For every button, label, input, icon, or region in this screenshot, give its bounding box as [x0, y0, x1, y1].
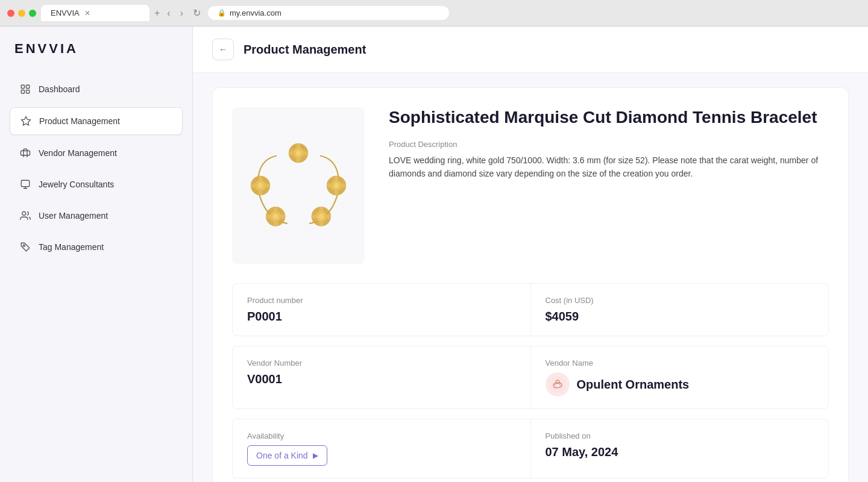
product-image-box	[232, 107, 365, 264]
maximize-dot[interactable]	[29, 10, 36, 17]
jewelry-consultants-icon	[19, 178, 31, 190]
svg-point-26	[319, 220, 323, 227]
svg-point-36	[273, 214, 278, 219]
svg-point-14	[301, 151, 308, 155]
published-label: Published on	[546, 431, 814, 440]
availability-text: One of a Kind	[256, 451, 308, 460]
svg-point-21	[339, 183, 346, 187]
svg-point-44	[549, 376, 566, 393]
forward-nav-button[interactable]: ›	[178, 5, 186, 21]
main-header: ← Product Management	[193, 27, 868, 73]
svg-point-33	[274, 220, 278, 227]
sidebar-item-tag-management[interactable]: Tag Management	[10, 234, 183, 260]
svg-point-29	[318, 214, 324, 219]
svg-point-43	[258, 183, 263, 189]
availability-cell: Availability One of a Kind ▶	[233, 419, 530, 478]
reload-button[interactable]: ↻	[190, 5, 203, 21]
sidebar-item-user-management[interactable]: User Management	[10, 202, 183, 229]
svg-point-19	[334, 189, 338, 195]
svg-marker-4	[22, 117, 31, 125]
availability-arrow-icon: ▶	[313, 451, 318, 460]
back-button[interactable]: ←	[212, 39, 234, 60]
svg-rect-0	[21, 85, 24, 88]
address-bar[interactable]: 🔒 my.envvia.com	[208, 6, 449, 20]
svg-point-35	[279, 214, 286, 219]
main-content: ← Product Management	[193, 27, 868, 482]
svg-rect-3	[27, 90, 30, 93]
published-cell: Published on 07 May, 2024	[531, 419, 829, 478]
product-description-label: Product Description	[389, 140, 829, 149]
vendor-name-text: Opulent Ornaments	[577, 378, 690, 392]
browser-tab[interactable]: ENVVIA ✕	[41, 5, 149, 21]
availability-published-grid: Availability One of a Kind ▶ Published o…	[232, 419, 829, 478]
svg-point-18	[334, 176, 338, 183]
vendor-number-cell: Vendor Number V0001	[233, 346, 530, 408]
product-name: Sophisticated Marquise Cut Diamond Tenni…	[389, 107, 829, 128]
sidebar-logo: ENVVIA	[10, 41, 183, 71]
svg-point-25	[319, 207, 323, 213]
product-management-icon	[20, 115, 32, 127]
svg-point-34	[266, 214, 272, 219]
product-image	[244, 131, 353, 240]
svg-point-20	[327, 183, 333, 187]
product-card: Sophisticated Marquise Cut Diamond Tenni…	[212, 87, 849, 482]
user-management-icon	[19, 210, 31, 222]
availability-badge[interactable]: One of a Kind ▶	[247, 445, 327, 466]
product-number-label: Product number	[247, 296, 516, 305]
sidebar-item-label-vendor: Vendor Management	[39, 148, 117, 158]
svg-point-39	[258, 176, 262, 183]
app: ENVVIA Dashboard Product Management Vend…	[0, 27, 868, 482]
availability-label: Availability	[247, 431, 516, 440]
svg-rect-5	[21, 180, 30, 187]
svg-point-28	[324, 214, 331, 219]
vendor-grid: Vendor Number V0001 Vendor Name	[232, 346, 829, 409]
sidebar: ENVVIA Dashboard Product Management Vend…	[0, 27, 193, 482]
minimize-dot[interactable]	[18, 10, 25, 17]
dashboard-icon	[19, 83, 31, 95]
svg-point-27	[312, 214, 318, 219]
tab-close-icon[interactable]: ✕	[84, 9, 90, 17]
url-text: my.envvia.com	[230, 8, 281, 17]
vendor-name-cell: Vendor Name	[531, 346, 829, 408]
sidebar-item-product-management[interactable]: Product Management	[10, 107, 183, 135]
vendor-name-row: Opulent Ornaments	[546, 372, 814, 396]
svg-point-11	[296, 143, 300, 150]
svg-rect-1	[27, 85, 30, 88]
cost-label: Cost (in USD)	[546, 296, 814, 305]
vendor-avatar	[546, 372, 570, 396]
browser-chrome: ENVVIA ✕ + ‹ › ↻ 🔒 my.envvia.com	[0, 0, 868, 27]
product-number-value: P0001	[247, 310, 516, 324]
vendor-number-label: Vendor Number	[247, 358, 516, 368]
sidebar-item-label-jewelry: Jewelry Consultants	[39, 180, 114, 189]
cost-cell: Cost (in USD) $4059	[531, 284, 829, 336]
content-area: Sophisticated Marquise Cut Diamond Tenni…	[193, 73, 868, 482]
vendor-name-label: Vendor Name	[546, 358, 814, 368]
sidebar-item-label-tag: Tag Management	[39, 242, 104, 252]
page-title: Product Management	[244, 43, 366, 57]
published-date: 07 May, 2024	[546, 445, 814, 459]
svg-point-15	[296, 151, 301, 156]
sidebar-item-label-dashboard: Dashboard	[39, 84, 80, 94]
lock-icon: 🔒	[218, 9, 226, 17]
sidebar-item-label-product: Product Management	[39, 116, 120, 126]
vendor-number-value: V0001	[247, 372, 516, 386]
vendor-management-icon	[19, 147, 31, 159]
svg-point-13	[289, 151, 295, 155]
svg-point-7	[23, 245, 25, 246]
sidebar-item-vendor-management[interactable]: Vendor Management	[10, 140, 183, 166]
back-nav-button[interactable]: ‹	[165, 5, 172, 21]
close-dot[interactable]	[7, 10, 14, 17]
cost-value: $4059	[546, 310, 814, 324]
browser-nav: ‹ › ↻ 🔒 my.envvia.com	[165, 5, 861, 21]
product-number-cell: Product number P0001	[233, 284, 530, 336]
svg-rect-2	[21, 90, 24, 93]
svg-point-32	[274, 207, 278, 213]
new-tab-button[interactable]: +	[154, 8, 160, 19]
svg-point-41	[251, 183, 257, 187]
product-description: LOVE wedding ring, white gold 750/1000. …	[389, 154, 829, 181]
sidebar-item-dashboard[interactable]: Dashboard	[10, 76, 183, 102]
sidebar-item-jewelry-consultants[interactable]: Jewelry Consultants	[10, 171, 183, 198]
product-top-section: Sophisticated Marquise Cut Diamond Tenni…	[232, 107, 829, 264]
svg-point-40	[258, 189, 262, 195]
sidebar-item-label-user: User Management	[39, 211, 108, 221]
